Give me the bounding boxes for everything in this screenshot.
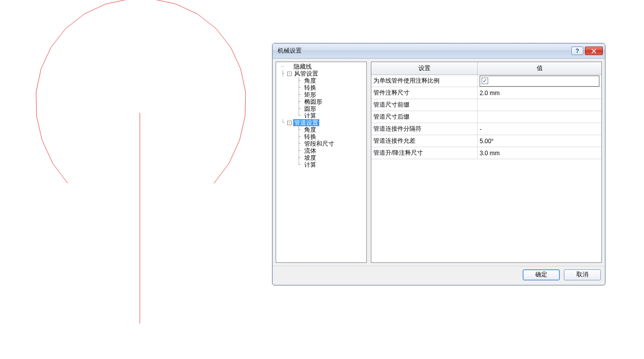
table-header-row: 设置 值: [371, 62, 601, 75]
table-row[interactable]: 为单线管件使用注释比例: [371, 75, 601, 87]
value-cell[interactable]: 3.0 mm: [478, 147, 601, 159]
mechanical-settings-dialog: 机械设置 ? ┈ 隐藏线 ├ -: [272, 43, 605, 285]
tree-item-pipe-fluid[interactable]: 流体: [303, 147, 317, 154]
table-row[interactable]: 管道连接件允差 5.00°: [371, 135, 601, 147]
value-cell[interactable]: [478, 99, 601, 111]
tree-item-pipe-calc[interactable]: 计算: [303, 161, 317, 168]
close-icon: [591, 49, 597, 54]
setting-cell: 管道连接件分隔符: [371, 123, 478, 135]
table-row[interactable]: 管道连接件分隔符 -: [371, 123, 601, 135]
tree-item-duct-angle[interactable]: 角度: [303, 77, 317, 84]
table-row[interactable]: 管道升/降注释尺寸 3.0 mm: [371, 147, 601, 159]
tree-item-hidden-line[interactable]: 隐藏线: [293, 63, 313, 70]
value-cell[interactable]: 5.00°: [478, 135, 601, 147]
tree-item-duct-circle[interactable]: 圆形: [303, 105, 317, 112]
settings-table: 设置 值 为单线管件使用注释比例 管件注释尺寸 2.0 mm: [371, 62, 602, 263]
tree-item-pipe-slope[interactable]: 坡度: [303, 154, 317, 161]
settings-tree[interactable]: ┈ 隐藏线 ├ - 风管设置 ├角度 ├转换 ├矩形 ├椭圆形 ├圆形 └计算 …: [276, 62, 367, 263]
table-header-setting[interactable]: 设置: [371, 62, 478, 75]
setting-cell: 管道连接件允差: [371, 135, 478, 147]
table-row[interactable]: 管道尺寸后缀: [371, 111, 601, 123]
table-body: 为单线管件使用注释比例 管件注释尺寸 2.0 mm 管道尺寸前缀: [371, 75, 601, 262]
help-button[interactable]: ?: [571, 47, 583, 55]
help-icon: ?: [575, 48, 579, 55]
table-row[interactable]: 管道尺寸前缀: [371, 99, 601, 111]
value-cell[interactable]: -: [478, 123, 601, 135]
tree-item-pipe-convert[interactable]: 转换: [303, 133, 317, 140]
tree-item-duct-calc[interactable]: 计算: [303, 112, 317, 119]
setting-cell: 管件注释尺寸: [371, 87, 478, 99]
setting-cell: 管道升/降注释尺寸: [371, 147, 478, 159]
ok-button[interactable]: 确定: [523, 269, 560, 280]
dialog-title: 机械设置: [278, 47, 571, 55]
tree-item-pipe-settings[interactable]: 管道设置: [293, 119, 319, 126]
value-cell[interactable]: [478, 111, 601, 123]
setting-cell: 管道尺寸后缀: [371, 111, 478, 123]
tree-item-duct-rect[interactable]: 矩形: [303, 91, 317, 98]
table-header-value[interactable]: 值: [478, 62, 601, 75]
tree-toggle-duct[interactable]: -: [287, 72, 292, 76]
tree-item-duct-settings[interactable]: 风管设置: [293, 70, 319, 77]
value-cell[interactable]: [478, 75, 601, 87]
dialog-titlebar[interactable]: 机械设置 ?: [273, 44, 605, 59]
setting-cell: 为单线管件使用注释比例: [371, 75, 478, 87]
checkbox-icon[interactable]: [482, 78, 488, 84]
value-cell[interactable]: 2.0 mm: [478, 87, 601, 99]
tree-toggle-pipe[interactable]: -: [287, 121, 292, 125]
dialog-button-row: 确定 取消: [273, 266, 605, 283]
drawing-circle-outline: [36, 0, 246, 183]
cancel-button[interactable]: 取消: [564, 269, 601, 280]
tree-item-pipe-angle[interactable]: 角度: [303, 126, 317, 133]
tree-item-pipe-segment-size[interactable]: 管段和尺寸: [303, 140, 335, 147]
setting-cell: 管道尺寸前缀: [371, 99, 478, 111]
tree-item-duct-convert[interactable]: 转换: [303, 84, 317, 91]
close-button[interactable]: [585, 47, 603, 55]
tree-item-duct-ellipse[interactable]: 椭圆形: [303, 98, 323, 105]
table-row[interactable]: 管件注释尺寸 2.0 mm: [371, 87, 601, 99]
